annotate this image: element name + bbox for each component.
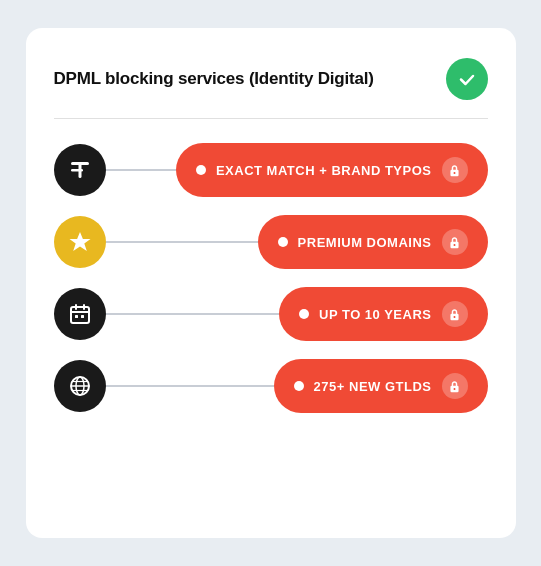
svg-rect-11 (75, 315, 78, 318)
star-icon (68, 230, 92, 254)
exact-match-label: EXACT MATCH + BRAND TYPOS (216, 163, 432, 178)
card-header: DPML blocking services (Identity Digital… (54, 58, 488, 100)
text-a-icon (68, 158, 92, 182)
card-title: DPML blocking services (Identity Digital… (54, 69, 374, 89)
gtlds-label: 275+ NEW GTLDS (314, 379, 432, 394)
premium-pill[interactable]: PREMIUM DOMAINS (258, 215, 488, 269)
premium-icon-circle (54, 216, 106, 268)
globe-icon (68, 374, 92, 398)
calendar-icon (68, 302, 92, 326)
lock-icon (448, 164, 461, 177)
pill-dot (294, 381, 304, 391)
feature-row: EXACT MATCH + BRAND TYPOS (54, 143, 488, 197)
premium-label: PREMIUM DOMAINS (298, 235, 432, 250)
lock-icon (448, 380, 461, 393)
lock-icon-wrapper (442, 301, 468, 327)
lock-icon (448, 236, 461, 249)
connector-line (106, 169, 176, 171)
feature-row: 275+ NEW GTLDS (54, 359, 488, 413)
svg-rect-12 (81, 315, 84, 318)
checkmark-icon (457, 69, 477, 89)
lock-icon-wrapper (442, 229, 468, 255)
lock-icon-wrapper (442, 373, 468, 399)
connector-line (106, 385, 274, 387)
pill-dot (278, 237, 288, 247)
lock-icon (448, 308, 461, 321)
calendar-icon-circle (54, 288, 106, 340)
svg-rect-2 (71, 169, 83, 172)
connector-line (106, 313, 280, 315)
check-circle (446, 58, 488, 100)
gtlds-pill[interactable]: 275+ NEW GTLDS (274, 359, 488, 413)
years-pill[interactable]: UP TO 10 YEARS (279, 287, 488, 341)
svg-point-6 (454, 243, 456, 245)
connector-line (106, 241, 258, 243)
svg-point-14 (454, 315, 456, 317)
feature-row: PREMIUM DOMAINS (54, 215, 488, 269)
feature-list: EXACT MATCH + BRAND TYPOS (54, 143, 488, 413)
feature-row: UP TO 10 YEARS (54, 287, 488, 341)
years-label: UP TO 10 YEARS (319, 307, 432, 322)
svg-rect-7 (71, 307, 89, 323)
pill-dot (196, 165, 206, 175)
exact-match-icon-circle (54, 144, 106, 196)
header-divider (54, 118, 488, 119)
globe-icon-circle (54, 360, 106, 412)
lock-icon-wrapper (442, 157, 468, 183)
dpml-card: DPML blocking services (Identity Digital… (26, 28, 516, 538)
exact-match-pill[interactable]: EXACT MATCH + BRAND TYPOS (176, 143, 488, 197)
pill-dot (299, 309, 309, 319)
svg-point-21 (454, 387, 456, 389)
svg-point-4 (454, 171, 456, 173)
